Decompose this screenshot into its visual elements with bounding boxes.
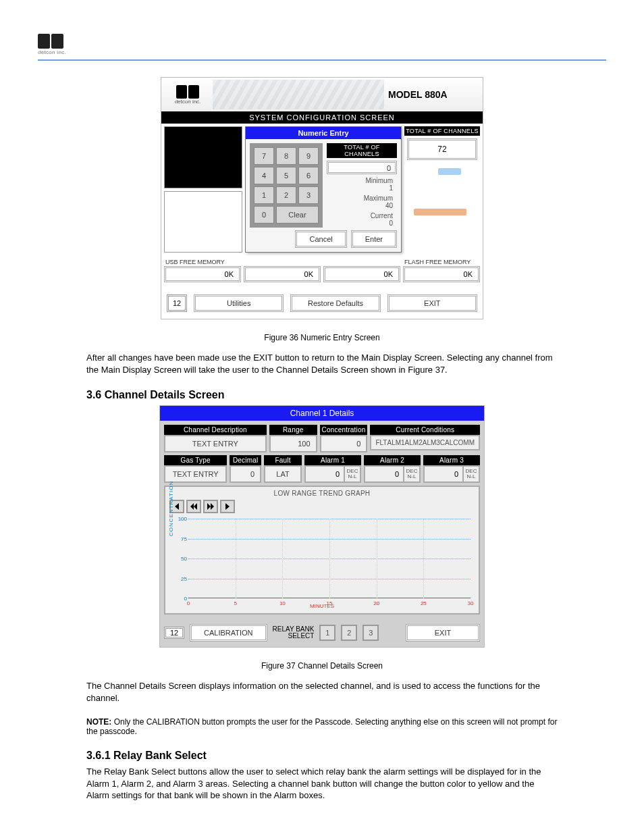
top-brand: detcon inc. xyxy=(0,0,644,55)
trend-graph-title: LOW RANGE TREND GRAPH xyxy=(167,488,477,500)
figure-37-caption: Figure 37 Channel Details Screen xyxy=(0,661,644,671)
alarm-2-mode[interactable]: DECN-L xyxy=(404,465,421,483)
alarm-2-value[interactable]: 0 xyxy=(364,465,404,483)
alarm-1-label: Alarm 1 xyxy=(304,455,361,465)
nav-last-icon[interactable] xyxy=(220,500,235,513)
enter-button[interactable]: Enter xyxy=(351,230,397,248)
alarm-2-label: Alarm 2 xyxy=(364,455,421,465)
key-3[interactable]: 3 xyxy=(298,186,319,204)
paragraph-3: The Relay Bank Select buttons allow the … xyxy=(86,766,558,802)
left-panel-2 xyxy=(164,191,242,253)
current-value: 0 xyxy=(327,219,397,227)
channel-details-screenshot: Channel 1 Details Channel Description TE… xyxy=(159,405,485,648)
key-4[interactable]: 4 xyxy=(254,167,274,184)
flash-mem-label: FLASH FREE MEMORY xyxy=(403,258,480,266)
mem-value-2: 0K xyxy=(244,266,321,282)
note-paragraph: NOTE: Only the CALIBRATION button prompt… xyxy=(86,717,558,736)
relay-bank-2[interactable]: 2 xyxy=(341,625,357,641)
alarm-1-mode[interactable]: DECN-L xyxy=(345,465,361,483)
gas-type-label: Gas Type xyxy=(164,455,227,465)
popup-title: Numeric Entry xyxy=(246,127,401,139)
relay-bank-1[interactable]: 1 xyxy=(319,625,336,641)
channel-description-label: Channel Description xyxy=(164,425,267,435)
section-heading-relay-bank: 3.6.1 Relay Bank Select xyxy=(86,750,558,762)
figure-36-caption: Figure 36 Numeric Entry Screen xyxy=(0,333,644,342)
decimal-value[interactable]: 0 xyxy=(230,465,261,483)
status-chip-2[interactable]: 12 xyxy=(164,627,184,639)
total-channels-label: TOTAL # OF CHANNELS xyxy=(404,126,480,136)
screen-title: SYSTEM CONFIGURATION SCREEN xyxy=(161,111,483,124)
range-label: Range xyxy=(269,425,317,435)
cancel-button[interactable]: Cancel xyxy=(295,230,346,248)
key-7[interactable]: 7 xyxy=(254,147,274,165)
exit-button-2[interactable]: EXIT xyxy=(406,624,480,642)
note-text: Only the CALIBRATION button prompts the … xyxy=(86,717,557,736)
svg-marker-5 xyxy=(225,503,230,510)
system-config-screenshot: detcon inc. MODEL 880A SYSTEM CONFIGURAT… xyxy=(161,77,483,319)
total-channels-value[interactable]: 72 xyxy=(407,138,477,160)
max-label: Maximum xyxy=(327,194,397,202)
min-label: Minimum xyxy=(327,177,397,184)
numeric-entry-popup: Numeric Entry 7 8 9 4 5 6 1 2 3 0 Clear xyxy=(245,126,402,253)
utilities-button[interactable]: Utilities xyxy=(194,294,284,312)
app-logo: detcon inc. xyxy=(163,80,213,109)
nav-next-icon[interactable] xyxy=(203,500,218,513)
concentration-value: 0 xyxy=(320,435,368,452)
paragraph-2: The Channel Details Screen displays info… xyxy=(86,680,558,704)
section-heading-channel-details: 3.6 Channel Details Screen xyxy=(86,389,558,401)
svg-marker-3 xyxy=(207,503,211,510)
svg-marker-0 xyxy=(175,503,179,510)
nav-prev-icon[interactable] xyxy=(186,500,201,513)
paragraph-1: After all changes have been made use the… xyxy=(86,352,558,375)
key-9[interactable]: 9 xyxy=(298,147,319,165)
current-conditions-label: Current Conditions xyxy=(370,425,480,435)
key-clear[interactable]: Clear xyxy=(276,206,319,224)
note-label: NOTE: xyxy=(86,717,111,727)
relay-bank-label: RELAY BANKSELECT xyxy=(273,626,315,640)
fault-value[interactable]: LAT xyxy=(264,465,302,483)
key-8[interactable]: 8 xyxy=(276,147,296,165)
mem-value-3: 0K xyxy=(323,266,400,282)
top-divider xyxy=(38,59,606,61)
trend-graph-box: LOW RANGE TREND GRAPH 025507510005101520… xyxy=(164,486,480,615)
alarm-1-value[interactable]: 0 xyxy=(304,465,345,483)
range-value[interactable]: 100 xyxy=(269,435,317,452)
key-0[interactable]: 0 xyxy=(254,206,274,224)
channel-description-value[interactable]: TEXT ENTRY xyxy=(164,435,267,452)
model-label: MODEL 880A xyxy=(388,89,483,100)
entry-field-value[interactable]: 0 xyxy=(327,161,397,174)
numeric-keypad: 7 8 9 4 5 6 1 2 3 0 Clear xyxy=(250,143,323,228)
fault-label: Fault xyxy=(264,455,302,465)
current-label: Current xyxy=(327,212,397,219)
usb-mem-value: 0K xyxy=(164,266,241,282)
alarm-3-label: Alarm 3 xyxy=(423,455,480,465)
key-5[interactable]: 5 xyxy=(276,167,296,184)
right-panel-area xyxy=(404,165,480,253)
min-value: 1 xyxy=(327,184,397,192)
usb-mem-label: USB FREE MEMORY xyxy=(164,258,241,266)
brand-name: detcon inc. xyxy=(38,49,644,55)
condition-flags: FLT ALM1 ALM2 ALM3 CAL COMM xyxy=(370,435,480,450)
exit-button[interactable]: EXIT xyxy=(387,294,477,312)
concentration-label: Concentration xyxy=(320,425,368,435)
svg-marker-2 xyxy=(194,503,197,510)
alarm-3-mode[interactable]: DECN-L xyxy=(464,465,480,483)
flash-mem-value: 0K xyxy=(403,266,480,282)
status-chip[interactable]: 12 xyxy=(167,294,187,312)
header-artwork xyxy=(213,80,384,109)
relay-bank-3[interactable]: 3 xyxy=(363,625,379,641)
svg-marker-4 xyxy=(211,503,214,510)
restore-defaults-button[interactable]: Restore Defaults xyxy=(290,294,380,312)
alarm-3-value[interactable]: 0 xyxy=(423,465,464,483)
x-axis-label: MINUTES xyxy=(310,603,334,609)
key-2[interactable]: 2 xyxy=(276,186,296,204)
key-1[interactable]: 1 xyxy=(254,186,274,204)
entry-field-label: TOTAL # OF CHANNELS xyxy=(327,143,397,158)
trend-plot: 0255075100051015202530 MINUTES CONCENTRA… xyxy=(169,516,475,610)
max-value: 40 xyxy=(327,202,397,209)
calibration-button[interactable]: CALIBRATION xyxy=(190,624,267,642)
decimal-label: Decimal xyxy=(230,455,261,465)
channel-details-title: Channel 1 Details xyxy=(160,406,484,421)
key-6[interactable]: 6 xyxy=(298,167,319,184)
left-panel-1 xyxy=(164,126,242,188)
